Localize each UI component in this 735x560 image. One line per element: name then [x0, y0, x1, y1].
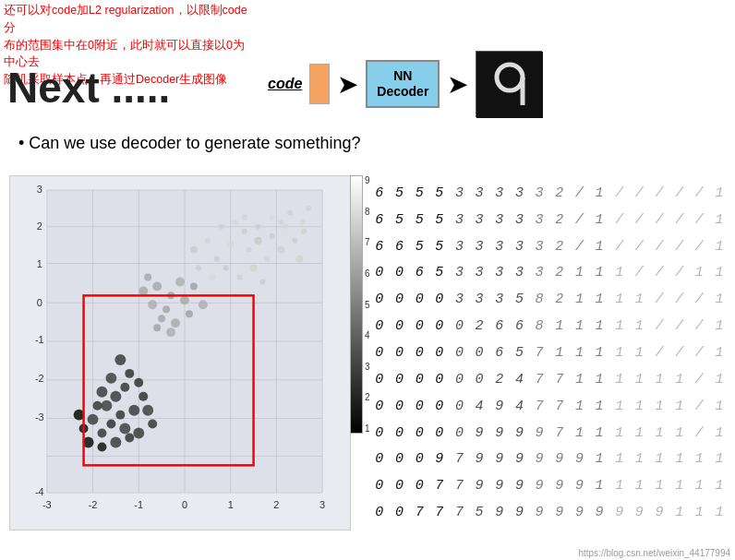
digit-cell: 1	[610, 262, 629, 284]
digit-cell: 1	[630, 475, 648, 497]
digit-cell: 0	[450, 422, 468, 444]
digit-cell: 5	[430, 182, 449, 204]
digit-cell: 0	[390, 448, 408, 471]
svg-point-71	[93, 401, 102, 411]
svg-point-37	[223, 266, 229, 271]
digit-cell: 3	[490, 235, 509, 257]
digit-cell: 3	[530, 209, 548, 231]
code-label: code	[268, 76, 302, 92]
digit-cell: 1	[630, 448, 648, 471]
digit-cell: 1	[710, 289, 729, 311]
svg-point-28	[265, 256, 271, 262]
digit-cell: 1	[570, 368, 588, 390]
digit-cell: 0	[410, 395, 428, 417]
digit-cell: 5	[510, 341, 528, 363]
digit-cell: 1	[610, 395, 629, 417]
digit-cell: 1	[690, 262, 708, 284]
svg-point-73	[139, 392, 148, 401]
digit-cell: /	[570, 182, 588, 204]
digit-cell: 1	[590, 182, 608, 204]
digit-cell: 5	[390, 182, 408, 204]
digit-cell: 2	[550, 262, 569, 284]
svg-point-59	[120, 383, 129, 392]
digit-cell: 9	[550, 475, 569, 497]
digit-cell: 1	[710, 182, 729, 204]
digit-cell: 0	[410, 368, 428, 390]
svg-text:3: 3	[319, 499, 325, 510]
digit-cell: /	[570, 209, 588, 231]
digit-cell: 3	[470, 182, 488, 204]
digit-cell: 1	[610, 422, 629, 444]
svg-point-49	[171, 318, 180, 328]
svg-point-52	[144, 273, 151, 280]
colorbar-gradient	[350, 175, 363, 434]
digit-cell: 1	[590, 448, 608, 471]
digit-cell: /	[630, 235, 648, 257]
svg-point-45	[180, 295, 189, 304]
digit-cell: 1	[610, 316, 629, 338]
digit-cell: 1	[710, 422, 729, 444]
digit-cell: 7	[530, 341, 548, 363]
svg-point-56	[114, 354, 126, 365]
svg-point-70	[88, 414, 99, 425]
digit-cell: 5	[430, 209, 449, 231]
digit-cell: /	[610, 209, 629, 231]
svg-point-30	[277, 246, 284, 254]
svg-point-48	[158, 315, 165, 322]
digit-cell: 0	[370, 502, 389, 524]
svg-point-31	[283, 224, 288, 230]
digit-cell: 4	[510, 368, 528, 390]
digit-cell: /	[690, 341, 708, 363]
digit-cell: 1	[710, 341, 729, 363]
digit-cell: 9	[430, 448, 449, 471]
digit-cell: 0	[410, 289, 428, 311]
svg-point-74	[142, 405, 153, 416]
generated-digits-grid: 6555333332/1/////16555333332/1/////16655…	[369, 175, 729, 530]
digit-cell: 9	[470, 422, 488, 444]
digit-cell: 0	[390, 422, 408, 444]
svg-point-84	[256, 224, 261, 230]
digit-cell: 3	[490, 209, 509, 231]
digit-cell: 2	[550, 209, 569, 231]
digit-row: 007775999999999111	[369, 500, 729, 526]
digit-cell: 5	[410, 209, 428, 231]
digit-cell: 3	[450, 289, 468, 311]
digit-cell: 6	[370, 235, 389, 257]
svg-point-60	[110, 391, 121, 402]
digit-cell: 1	[710, 502, 729, 524]
digit-cell: 0	[430, 289, 449, 311]
svg-point-26	[247, 247, 252, 253]
digit-cell: 0	[410, 316, 428, 338]
svg-point-54	[153, 324, 161, 331]
digit-cell: 1	[590, 422, 608, 444]
digit-cell: 1	[670, 502, 689, 524]
digit-cell: 4	[470, 395, 488, 417]
digit-cell: 3	[450, 262, 468, 284]
digit-row: 000779999991111111	[369, 473, 729, 499]
svg-point-76	[133, 428, 144, 439]
digit-cell: 1	[590, 316, 608, 338]
digit-cell: /	[670, 262, 689, 284]
digit-cell: 3	[450, 182, 468, 204]
digit-cell: 9	[530, 502, 548, 524]
digit-row: 6555333332/1/////1	[369, 180, 729, 206]
svg-point-61	[134, 378, 143, 387]
digit-cell: 6	[370, 209, 389, 231]
svg-point-25	[242, 229, 247, 234]
digit-cell: /	[630, 209, 648, 231]
digit-cell: /	[610, 182, 629, 204]
svg-point-58	[105, 373, 116, 384]
digit-cell: 9	[570, 448, 588, 471]
svg-point-65	[106, 420, 115, 429]
svg-point-64	[128, 405, 139, 416]
digit-cell: 9	[490, 395, 509, 417]
svg-point-46	[190, 282, 198, 290]
digit-cell: 2	[490, 368, 509, 390]
digit-cell: 6	[390, 235, 408, 257]
svg-point-21	[190, 246, 198, 254]
digit-cell: 5	[430, 262, 449, 284]
digit-cell: 1	[630, 368, 648, 390]
svg-point-40	[260, 279, 266, 284]
digit-cell: 9	[610, 502, 629, 524]
digit-cell: /	[690, 182, 708, 204]
